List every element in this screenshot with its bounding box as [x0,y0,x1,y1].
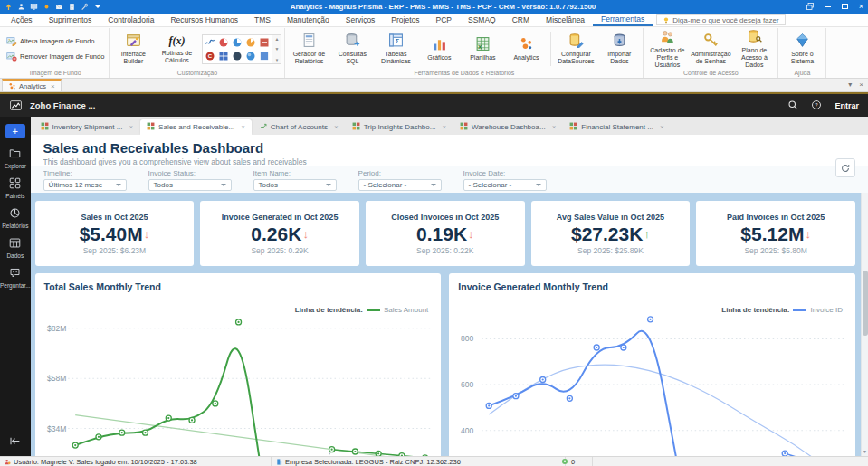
screen-icon[interactable] [30,3,38,11]
planilhas-button[interactable]: xPlanilhas [462,36,503,62]
gerador-de-relatorios-button[interactable]: Gerador de Relatórios [288,33,329,65]
report-tab-sales-and-receivable[interactable]: Sales and Receivable...× [140,119,252,135]
alert-icon[interactable] [43,3,51,11]
chart-red-icon[interactable] [258,36,271,49]
ribbon-group-controle-de-acesso: Cadastro de Perfis e UsuáriosAdministraç… [644,28,778,78]
pie-blue-icon[interactable] [231,36,243,49]
scribble-blue-icon[interactable] [204,36,216,49]
close-icon[interactable]: × [660,123,664,131]
configurar-datasources-button[interactable]: Configurar DataSources [555,33,596,65]
close-icon[interactable]: × [442,123,446,131]
menu-tab-manutencao[interactable]: Manutenção [279,14,338,26]
refresh-button[interactable] [835,158,855,177]
interface-builder-button[interactable]: Interface Builder [112,33,154,65]
sidebar-item-paineis[interactable]: Painéis [0,177,31,199]
graficos-button[interactable]: Gráficos [418,36,460,62]
plano-de-acesso-a-dados-button[interactable]: Plano de Acesso à Dados [733,29,775,69]
document-icon[interactable] [68,3,76,11]
maximize-icon[interactable] [842,3,848,11]
report-tab-inventory-shipment[interactable]: Inventory Shipment ...× [34,119,140,135]
filter-select-item-name[interactable]: Todos [253,179,337,191]
sidebar-item-relatorios[interactable]: Relatórios [0,207,31,229]
doc-tab-analytics[interactable]: Analytics × [2,79,62,91]
consultas-sql-button[interactable]: Consultas SQL [331,33,373,65]
importar-dados-button[interactable]: Importar Dados [598,33,640,65]
vertical-scrollbar[interactable]: ▼ [861,193,868,456]
create-new-button[interactable]: + [5,124,25,138]
pie-red-icon[interactable] [217,36,230,49]
gallery-scrollbar[interactable]: ▲▼▾ [272,34,281,64]
sphere-blue-icon[interactable] [244,50,257,62]
line-chart-plot: 800600400 [458,316,846,456]
close-icon[interactable]: × [129,123,133,131]
close-window-icon[interactable]: × [859,3,863,11]
grid-blue-icon[interactable] [217,50,230,62]
close-icon[interactable]: × [241,123,245,131]
analytics-content: Inventory Shipment ...×Sales and Receiva… [31,117,868,456]
sidebar-item-perguntar[interactable]: Perguntar... [0,267,31,289]
filter-select-invoice-date[interactable]: - Selecionar - [463,179,547,191]
quick-access-dropdown-icon[interactable] [95,5,100,8]
sobre-o-sistema-button[interactable]: Sobre o Sistema [781,33,823,65]
menu-tab-projetos[interactable]: Projetos [383,14,427,26]
menu-tab-tms[interactable]: TMS [246,14,279,26]
cadastro-de-perfis-e-usuarios-button[interactable]: Cadastro de Perfis e Usuários [646,29,688,69]
sign-in-button[interactable]: Entrar [835,101,859,110]
switch-windows-icon[interactable] [806,3,814,12]
menu-tab-ssmaq[interactable]: SSMAQ [460,14,504,26]
menu-tab-suprimentos[interactable]: Suprimentos [41,14,100,26]
menu-tab-crm[interactable]: CRM [504,14,538,26]
sidebar-item-dados[interactable]: Dados [0,237,31,259]
scrollbar-thumb[interactable] [863,271,868,336]
help-icon[interactable]: ? [811,100,822,112]
sidebar-item-explorar[interactable]: Explorar [0,147,31,169]
remover-imagem-de-fundo-button[interactable]: Remover Imagem de Fundo [5,51,106,63]
report-tab-trip-insights-dashbo[interactable]: Trip Insights Dashbo...× [346,119,453,135]
close-icon[interactable]: × [51,82,55,90]
filter-select-invoice-status[interactable]: Todos [148,179,232,191]
chart-legend: Linha de tendência:Invoice ID [721,306,843,314]
copyright-red-icon[interactable]: C [204,50,216,62]
menu-tab-recursos-humanos[interactable]: Recursos Humanos [162,14,246,26]
close-icon[interactable]: × [552,123,557,131]
filter-select-period[interactable]: - Selecionar - [358,179,442,191]
menu-tab-acoes[interactable]: Ações [3,14,41,26]
user-idea-icon[interactable] [17,3,25,11]
rotinas-de-calculos-button[interactable]: f(x)Rotinas de Cálculos [156,33,197,64]
pie-orange-icon[interactable] [244,36,257,49]
svg-text:Σ: Σ [396,37,400,45]
bulb-icon [663,16,670,24]
close-all-tabs-icon[interactable]: × [859,81,863,89]
report-tab-warehouse-dashboa[interactable]: Warehouse Dashboa...× [453,119,562,135]
analytics-button[interactable]: Analytics [505,36,547,62]
mail-icon[interactable] [55,3,63,11]
scroll-down-icon[interactable]: ▼ [863,449,867,454]
chart-title: Invoice Generated Monthly Trend [458,281,846,292]
menu-tab-ferramentas[interactable]: Ferramentas [593,14,653,26]
chevron-down-icon [536,184,541,186]
administracao-de-senhas-button[interactable]: Administração de Senhas [690,33,731,65]
minimize-icon[interactable] [825,3,831,11]
report-tab-financial-statement[interactable]: Financial Statement ...× [563,119,670,135]
tell-me-box[interactable]: Diga-me o que você deseja fazer [656,14,785,25]
legend-series-name[interactable]: Sales Amount [384,306,428,314]
tab-list-dropdown-icon[interactable]: ▾ [848,81,852,89]
altera-imagem-de-fundo-button[interactable]: Altera Imagem de Fundo [5,35,97,48]
upload-icon[interactable] [5,3,13,11]
circle-black-icon[interactable] [231,50,243,62]
square-blue-icon[interactable] [258,50,271,62]
table-icon [9,237,21,251]
workspace-name[interactable]: Zoho Finance ... [30,100,95,110]
collapse-sidebar-icon[interactable] [9,435,21,449]
menu-tab-pcp[interactable]: PCP [428,14,460,26]
search-icon[interactable] [787,100,798,112]
menu-tab-controladoria[interactable]: Controladoria [100,14,162,26]
tools-icon[interactable] [81,3,89,11]
menu-tab-servicos[interactable]: Serviços [338,14,384,26]
tabelas-dinamicas-button[interactable]: ΣTabelas Dinâmicas [375,33,416,65]
close-icon[interactable]: × [334,123,339,131]
report-tab-chart-of-accounts[interactable]: Chart of Accounts× [253,119,345,135]
menu-tab-miscelanea[interactable]: Miscelânea [538,14,593,26]
legend-series-name[interactable]: Invoice ID [810,306,843,314]
filter-select-timeline[interactable]: Últimos 12 mese [43,179,127,191]
